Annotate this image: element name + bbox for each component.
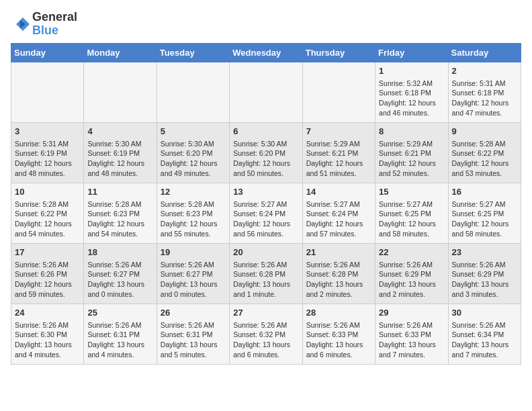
calendar-cell: 26Sunrise: 5:26 AM Sunset: 6:31 PM Dayli…	[157, 304, 229, 364]
cell-content: Sunrise: 5:26 AM Sunset: 6:31 PM Dayligh…	[161, 320, 226, 360]
day-number: 13	[233, 186, 298, 198]
header-friday: Friday	[375, 43, 448, 62]
calendar-cell: 6Sunrise: 5:30 AM Sunset: 6:20 PM Daylig…	[230, 122, 302, 183]
cell-content: Sunrise: 5:26 AM Sunset: 6:27 PM Dayligh…	[87, 260, 152, 300]
cell-content: Sunrise: 5:31 AM Sunset: 6:18 PM Dayligh…	[452, 79, 517, 118]
day-number: 2	[452, 65, 517, 77]
calendar-cell: 27Sunrise: 5:26 AM Sunset: 6:32 PM Dayli…	[230, 304, 302, 364]
calendar-cell	[230, 62, 302, 122]
day-number: 30	[452, 307, 517, 319]
day-number: 10	[15, 186, 80, 198]
cell-content: Sunrise: 5:26 AM Sunset: 6:34 PM Dayligh…	[452, 320, 517, 360]
header-wednesday: Wednesday	[230, 43, 302, 62]
day-number: 11	[87, 186, 152, 198]
calendar-cell: 16Sunrise: 5:27 AM Sunset: 6:25 PM Dayli…	[448, 183, 521, 243]
day-number: 1	[379, 65, 444, 77]
day-number: 6	[233, 126, 298, 138]
calendar-cell: 30Sunrise: 5:26 AM Sunset: 6:34 PM Dayli…	[448, 304, 521, 364]
calendar-cell: 1Sunrise: 5:32 AM Sunset: 6:18 PM Daylig…	[375, 62, 448, 122]
cell-content: Sunrise: 5:26 AM Sunset: 6:30 PM Dayligh…	[15, 320, 80, 360]
day-number: 8	[379, 126, 444, 138]
logo-text: General Blue	[32, 11, 77, 38]
calendar-cell: 4Sunrise: 5:30 AM Sunset: 6:19 PM Daylig…	[84, 122, 157, 183]
calendar-cell	[302, 62, 375, 122]
cell-content: Sunrise: 5:28 AM Sunset: 6:23 PM Dayligh…	[161, 199, 226, 239]
day-number: 12	[161, 186, 226, 198]
cell-content: Sunrise: 5:26 AM Sunset: 6:32 PM Dayligh…	[233, 320, 298, 360]
week-row-0: 1Sunrise: 5:32 AM Sunset: 6:18 PM Daylig…	[11, 62, 521, 122]
cell-content: Sunrise: 5:30 AM Sunset: 6:20 PM Dayligh…	[233, 139, 298, 179]
week-row-3: 17Sunrise: 5:26 AM Sunset: 6:26 PM Dayli…	[11, 243, 521, 304]
calendar-cell: 12Sunrise: 5:28 AM Sunset: 6:23 PM Dayli…	[157, 183, 229, 243]
cell-content: Sunrise: 5:28 AM Sunset: 6:23 PM Dayligh…	[87, 199, 152, 239]
cell-content: Sunrise: 5:29 AM Sunset: 6:21 PM Dayligh…	[306, 139, 371, 179]
calendar-cell: 19Sunrise: 5:26 AM Sunset: 6:27 PM Dayli…	[157, 243, 229, 304]
day-number: 28	[306, 307, 371, 319]
calendar-cell: 25Sunrise: 5:26 AM Sunset: 6:31 PM Dayli…	[84, 304, 157, 364]
cell-content: Sunrise: 5:26 AM Sunset: 6:26 PM Dayligh…	[15, 260, 80, 300]
day-number: 17	[15, 246, 80, 259]
day-number: 15	[379, 186, 444, 198]
calendar-cell: 28Sunrise: 5:26 AM Sunset: 6:33 PM Dayli…	[302, 304, 375, 364]
cell-content: Sunrise: 5:30 AM Sunset: 6:19 PM Dayligh…	[87, 139, 152, 179]
cell-content: Sunrise: 5:26 AM Sunset: 6:28 PM Dayligh…	[306, 260, 371, 300]
day-number: 3	[15, 126, 80, 138]
header-monday: Monday	[84, 43, 157, 62]
calendar-header-row: SundayMondayTuesdayWednesdayThursdayFrid…	[11, 43, 521, 62]
header-sunday: Sunday	[11, 43, 84, 62]
calendar-cell	[157, 62, 229, 122]
calendar-cell: 9Sunrise: 5:28 AM Sunset: 6:22 PM Daylig…	[448, 122, 521, 183]
calendar-table: SundayMondayTuesdayWednesdayThursdayFrid…	[11, 43, 521, 365]
day-number: 7	[306, 126, 371, 138]
calendar-cell: 10Sunrise: 5:28 AM Sunset: 6:22 PM Dayli…	[11, 183, 84, 243]
day-number: 20	[233, 246, 298, 259]
day-number: 26	[161, 307, 226, 319]
header-tuesday: Tuesday	[157, 43, 229, 62]
day-number: 5	[161, 126, 226, 138]
day-number: 9	[452, 126, 517, 138]
day-number: 16	[452, 186, 517, 198]
cell-content: Sunrise: 5:26 AM Sunset: 6:28 PM Dayligh…	[233, 260, 298, 300]
cell-content: Sunrise: 5:31 AM Sunset: 6:19 PM Dayligh…	[15, 139, 80, 179]
cell-content: Sunrise: 5:27 AM Sunset: 6:24 PM Dayligh…	[233, 199, 298, 239]
calendar-cell: 7Sunrise: 5:29 AM Sunset: 6:21 PM Daylig…	[302, 122, 375, 183]
cell-content: Sunrise: 5:26 AM Sunset: 6:33 PM Dayligh…	[379, 320, 444, 360]
cell-content: Sunrise: 5:27 AM Sunset: 6:24 PM Dayligh…	[306, 199, 371, 239]
calendar-cell: 2Sunrise: 5:31 AM Sunset: 6:18 PM Daylig…	[448, 62, 521, 122]
day-number: 14	[306, 186, 371, 198]
cell-content: Sunrise: 5:26 AM Sunset: 6:27 PM Dayligh…	[161, 260, 226, 300]
calendar-cell: 14Sunrise: 5:27 AM Sunset: 6:24 PM Dayli…	[302, 183, 375, 243]
week-row-1: 3Sunrise: 5:31 AM Sunset: 6:19 PM Daylig…	[11, 122, 521, 183]
day-number: 27	[233, 307, 298, 319]
calendar-cell: 15Sunrise: 5:27 AM Sunset: 6:25 PM Dayli…	[375, 183, 448, 243]
calendar-cell: 5Sunrise: 5:30 AM Sunset: 6:20 PM Daylig…	[157, 122, 229, 183]
day-number: 23	[452, 246, 517, 259]
header-thursday: Thursday	[302, 43, 375, 62]
week-row-2: 10Sunrise: 5:28 AM Sunset: 6:22 PM Dayli…	[11, 183, 521, 243]
calendar-cell: 18Sunrise: 5:26 AM Sunset: 6:27 PM Dayli…	[84, 243, 157, 304]
week-row-4: 24Sunrise: 5:26 AM Sunset: 6:30 PM Dayli…	[11, 304, 521, 364]
logo-icon	[11, 15, 30, 34]
calendar-cell: 24Sunrise: 5:26 AM Sunset: 6:30 PM Dayli…	[11, 304, 84, 364]
cell-content: Sunrise: 5:28 AM Sunset: 6:22 PM Dayligh…	[15, 199, 80, 239]
day-number: 21	[306, 246, 371, 259]
day-number: 18	[87, 246, 152, 259]
cell-content: Sunrise: 5:30 AM Sunset: 6:20 PM Dayligh…	[161, 139, 226, 179]
calendar-cell: 13Sunrise: 5:27 AM Sunset: 6:24 PM Dayli…	[230, 183, 302, 243]
calendar-cell: 11Sunrise: 5:28 AM Sunset: 6:23 PM Dayli…	[84, 183, 157, 243]
calendar-cell: 17Sunrise: 5:26 AM Sunset: 6:26 PM Dayli…	[11, 243, 84, 304]
calendar-cell: 8Sunrise: 5:29 AM Sunset: 6:21 PM Daylig…	[375, 122, 448, 183]
calendar-cell: 20Sunrise: 5:26 AM Sunset: 6:28 PM Dayli…	[230, 243, 302, 304]
cell-content: Sunrise: 5:27 AM Sunset: 6:25 PM Dayligh…	[379, 199, 444, 239]
cell-content: Sunrise: 5:29 AM Sunset: 6:21 PM Dayligh…	[379, 139, 444, 179]
cell-content: Sunrise: 5:26 AM Sunset: 6:33 PM Dayligh…	[306, 320, 371, 360]
logo: General Blue	[11, 11, 77, 38]
calendar-cell: 23Sunrise: 5:26 AM Sunset: 6:29 PM Dayli…	[448, 243, 521, 304]
day-number: 24	[15, 307, 80, 319]
day-number: 29	[379, 307, 444, 319]
day-number: 19	[161, 246, 226, 259]
day-number: 25	[87, 307, 152, 319]
page-header: General Blue	[11, 11, 521, 38]
calendar-cell: 3Sunrise: 5:31 AM Sunset: 6:19 PM Daylig…	[11, 122, 84, 183]
day-number: 22	[379, 246, 444, 259]
